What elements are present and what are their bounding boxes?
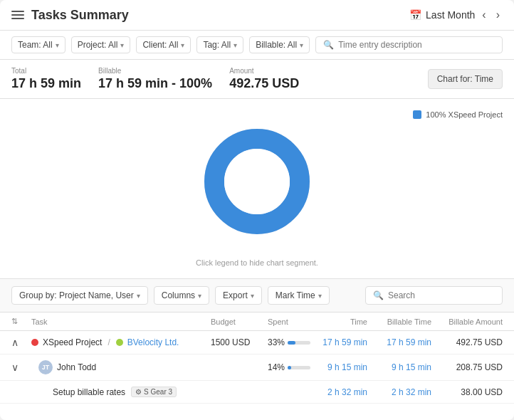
spent-pct: 33% — [268, 337, 285, 347]
columns-label: Columns — [162, 290, 195, 300]
total-value: 17 h 59 min — [11, 76, 81, 91]
billable-summary: Billable 17 h 59 min - 100% — [98, 67, 212, 91]
user-billable-time: 9 h 15 min — [367, 362, 431, 372]
project-name: XSpeed Project — [43, 337, 102, 347]
chevron-down-icon: ▾ — [234, 41, 237, 49]
project-info: XSpeed Project / BVelocity Ltd. — [31, 337, 211, 347]
chevron-down-icon: ▾ — [318, 292, 322, 300]
legend-text: 100% XSpeed Project — [426, 110, 503, 119]
tag-text: S Gear 3 — [144, 388, 172, 396]
task-time: 2 h 32 min — [310, 387, 367, 397]
header-right: 📅 Last Month ‹ › — [409, 7, 503, 23]
next-month-button[interactable]: › — [493, 7, 503, 23]
amount-value: 492.75 USD — [229, 76, 299, 91]
last-month-label: Last Month — [426, 9, 475, 21]
project-billable-time: 17 h 59 min — [367, 337, 431, 347]
mark-time-button[interactable]: Mark Time ▾ — [268, 286, 330, 305]
chevron-down-icon: ▾ — [137, 292, 140, 300]
user-spent-progress: 14% — [268, 362, 310, 372]
export-label: Export — [223, 290, 248, 300]
svg-text:100%: 100% — [246, 194, 268, 204]
amount-summary: Amount 492.75 USD — [229, 67, 299, 91]
table-search-input[interactable] — [388, 290, 495, 300]
menu-icon[interactable] — [11, 11, 24, 19]
chevron-down-icon: ▾ — [198, 292, 201, 300]
task-header: Task — [31, 317, 211, 326]
task-name: Setup billable rates — [53, 387, 125, 397]
filter-team-label: Team: All — [18, 40, 53, 50]
billable-time-header: Billable Time — [367, 317, 431, 326]
chevron-down-icon: ▾ — [56, 41, 59, 49]
export-button[interactable]: Export ▾ — [215, 286, 262, 305]
data-table: ⇅ Task Budget Spent Time Billable Time B… — [0, 313, 514, 420]
chevron-down-icon: ▾ — [181, 41, 184, 49]
filter-tag-label: Tag: All — [203, 40, 231, 50]
progress-bar-fill — [288, 341, 295, 345]
table-search[interactable]: 🔍 — [365, 286, 503, 305]
chart-section: 100% XSpeed Project 100% Click legend to… — [0, 99, 514, 279]
header: Tasks Summary 📅 Last Month ‹ › — [0, 0, 514, 31]
filter-client-label: Client: All — [142, 40, 178, 50]
filter-bar: Team: All ▾ Project: All ▾ Client: All ▾… — [0, 31, 514, 60]
search-icon: 🔍 — [373, 290, 384, 300]
chevron-down-icon: ▾ — [251, 292, 254, 300]
donut-svg: 100% — [200, 125, 314, 238]
description-search[interactable]: 🔍 — [315, 36, 503, 53]
table-controls: Group by: Project Name, User ▾ Columns ▾… — [0, 279, 514, 313]
amount-label: Amount — [229, 67, 299, 75]
user-time: 9 h 15 min — [310, 362, 367, 372]
progress-bar-fill — [288, 366, 290, 369]
row-toggle-icon[interactable]: ∨ — [11, 362, 31, 373]
chevron-down-icon: ▾ — [300, 41, 303, 49]
user-name: John Todd — [57, 362, 96, 372]
user-spent-pct: 14% — [268, 362, 285, 372]
filter-project[interactable]: Project: All ▾ — [71, 36, 131, 53]
task-billable-time: 2 h 32 min — [367, 387, 431, 397]
sort-icon: ⇅ — [11, 317, 31, 326]
filter-team[interactable]: Team: All ▾ — [11, 36, 65, 53]
project-billable-amount: 492.75 USD — [431, 337, 503, 347]
budget-header: Budget — [211, 317, 268, 326]
task-info: Setup billable rates ⚙ S Gear 3 — [31, 387, 211, 397]
tag-icon: ⚙ — [135, 388, 142, 396]
table-row: Setup billable rates ⚙ S Gear 3 2 h 32 m… — [0, 381, 514, 404]
group-by-button[interactable]: Group by: Project Name, User ▾ — [11, 286, 148, 305]
progress-bar-bg — [288, 366, 310, 369]
client-name: BVelocity Ltd. — [127, 337, 179, 347]
summary-bar: Total 17 h 59 min Billable 17 h 59 min -… — [0, 60, 514, 99]
filter-billable-label: Billable: All — [256, 40, 297, 50]
search-icon: 🔍 — [323, 40, 334, 50]
task-billable-amount: 38.00 USD — [431, 387, 503, 397]
filter-client[interactable]: Client: All ▾ — [136, 36, 191, 53]
billable-label: Billable — [98, 67, 212, 75]
project-dot-icon — [31, 339, 38, 346]
filter-billable[interactable]: Billable: All ▾ — [249, 36, 310, 53]
calendar-icon: 📅 — [409, 9, 421, 21]
prev-month-button[interactable]: ‹ — [479, 7, 488, 23]
filter-tag[interactable]: Tag: All ▾ — [196, 36, 243, 53]
chart-hint: Click legend to hide chart segment. — [196, 258, 318, 267]
legend-color-swatch — [413, 110, 421, 119]
chevron-down-icon: ▾ — [120, 41, 124, 49]
filter-project-label: Project: All — [78, 40, 118, 50]
billable-value: 17 h 59 min - 100% — [98, 76, 212, 91]
spent-progress: 33% — [268, 337, 310, 347]
project-budget: 1500 USD — [211, 337, 268, 347]
table-header-row: ⇅ Task Budget Spent Time Billable Time B… — [0, 313, 514, 331]
project-time: 17 h 59 min — [310, 337, 367, 347]
chart-type-button[interactable]: Chart for: Time — [428, 69, 503, 89]
columns-button[interactable]: Columns ▾ — [154, 286, 209, 305]
page-title: Tasks Summary — [31, 8, 129, 23]
table-row: ∧ XSpeed Project / BVelocity Ltd. 1500 U… — [0, 331, 514, 355]
table-row: ∨ JT John Todd 14% 9 h 15 min 9 h 15 min… — [0, 355, 514, 381]
search-input[interactable] — [338, 40, 495, 50]
svg-point-2 — [224, 149, 290, 214]
chart-legend[interactable]: 100% XSpeed Project — [413, 110, 503, 119]
total-summary: Total 17 h 59 min — [11, 67, 81, 91]
row-toggle-icon[interactable]: ∧ — [11, 337, 31, 348]
client-dot-icon — [116, 339, 123, 346]
donut-chart: 100% — [200, 125, 314, 238]
tag-badge: ⚙ S Gear 3 — [131, 387, 177, 397]
group-by-label: Group by: Project Name, User — [19, 290, 134, 300]
time-header: Time — [310, 317, 367, 326]
